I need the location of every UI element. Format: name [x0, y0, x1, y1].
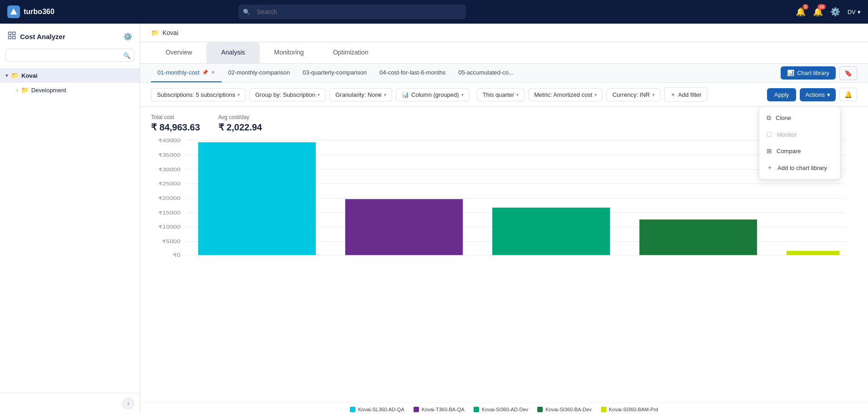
metric-filter[interactable]: Metric: Amortized cost ▾: [528, 88, 603, 101]
add-filter-button[interactable]: ＋ Add filter: [664, 87, 707, 102]
sidebar-tree: ▾ 📁 Kovai › 📁 Development: [0, 66, 140, 393]
chart-library-button[interactable]: 📊 Chart library: [781, 66, 836, 80]
group-by-filter[interactable]: Group by: Subscription ▾: [249, 88, 326, 101]
plus-icon: ＋: [767, 164, 773, 172]
legend-item-0: Kovai-SL360-AD-QA: [350, 407, 404, 412]
breadcrumb: 📁 Kovai: [140, 24, 868, 42]
granularity-filter[interactable]: Granularity: None ▾: [329, 88, 392, 101]
chevron-down-icon: ▾: [595, 92, 597, 97]
sidebar-item-kovai[interactable]: ▾ 📁 Kovai: [0, 68, 140, 83]
sidebar-header: Cost Analyzer ⚙️: [0, 24, 140, 47]
sidebar-settings-button[interactable]: ⚙️: [123, 32, 132, 41]
svg-rect-1: [9, 32, 11, 35]
chevron-down-icon: ▾: [384, 92, 386, 97]
legend-item-4: Kovai-SI360-BAM-Prd: [601, 407, 658, 412]
filter-bar-right: Apply Actions ▾ 🔔: [767, 88, 857, 101]
date-range-label: This quarter: [483, 91, 514, 98]
bar-1: [345, 199, 463, 255]
notifications-badge: 3: [802, 4, 808, 10]
chart-tab-label-2: 03-quarterly-comparison: [303, 69, 367, 76]
currency-filter[interactable]: Currency: INR ▾: [606, 88, 660, 101]
avg-cost-value: ₹ 2,022.94: [218, 122, 262, 133]
avg-cost-label: Avg cost/day: [218, 114, 262, 120]
legend-label-2: Kovai-SI360-AD-Dev: [482, 407, 528, 412]
chart-tab-0[interactable]: 01-monthly-cost 📌 ✕: [151, 64, 222, 82]
legend-item-2: Kovai-SI360-AD-Dev: [474, 407, 528, 412]
add-filter-label: Add filter: [678, 91, 701, 98]
apply-button[interactable]: Apply: [767, 88, 797, 101]
close-icon[interactable]: ✕: [211, 70, 215, 75]
alerts-button[interactable]: 🔔 10: [813, 7, 823, 17]
chevron-down-icon: ▾: [237, 92, 240, 97]
breadcrumb-label: Kovai: [162, 29, 178, 36]
bookmark-button[interactable]: 🔖: [839, 66, 857, 80]
bar-0: [198, 142, 316, 255]
date-range-filter[interactable]: This quarter ▾: [477, 88, 525, 101]
dropdown-item-clone[interactable]: ⧉ Clone: [759, 110, 840, 126]
gear-icon: ⚙️: [830, 7, 840, 16]
chevron-down-icon: ▾: [652, 92, 655, 97]
svg-text:₹30000: ₹30000: [158, 167, 181, 172]
alarm-button[interactable]: 🔔: [839, 88, 857, 101]
copy-icon: ⧉: [767, 114, 771, 122]
chart-tab-label-0: 01-monthly-cost: [157, 69, 199, 76]
tab-overview[interactable]: Overview: [151, 42, 207, 63]
svg-rect-4: [13, 36, 15, 39]
svg-text:₹25000: ₹25000: [158, 181, 181, 187]
chart-tab-label-3: 04-cost-for-last-6-months: [379, 69, 445, 76]
user-menu-button[interactable]: DV ▾: [848, 9, 861, 15]
search-bar: [238, 5, 466, 19]
legend-item-1: Kovai-T360-BA-QA: [414, 407, 464, 412]
sidebar-item-development[interactable]: › 📁 Development: [0, 83, 140, 97]
chart-tab-4[interactable]: 05-accumulated-co...: [452, 64, 520, 82]
svg-text:₹5000: ₹5000: [162, 239, 181, 244]
svg-rect-2: [13, 32, 15, 35]
settings-button[interactable]: ⚙️: [830, 7, 840, 17]
dropdown-item-compare[interactable]: ⊞ Compare: [759, 143, 840, 159]
collapse-sidebar-button[interactable]: ‹: [122, 398, 134, 409]
tab-optimization[interactable]: Optimization: [318, 42, 383, 63]
logo-icon: [7, 5, 20, 18]
subscriptions-filter[interactable]: Subscriptions: 5 subscriptions ▾: [151, 88, 246, 101]
svg-marker-0: [10, 9, 17, 15]
legend-label-4: Kovai-SI360-BAM-Prd: [609, 407, 658, 412]
chart-type-label: Column (grouped): [411, 91, 459, 98]
collapse-icon: ‹: [127, 400, 129, 407]
chart-tab-3[interactable]: 04-cost-for-last-6-months: [373, 64, 452, 82]
chart-type-filter[interactable]: 📊 Column (grouped) ▾: [396, 88, 469, 101]
chart-tabs-actions: 📊 Chart library 🔖: [775, 66, 857, 80]
filter-bar: Subscriptions: 5 subscriptions ▾ Group b…: [140, 83, 868, 107]
svg-text:₹10000: ₹10000: [158, 224, 181, 230]
legend-item-3: Kovai-SI360-BA-Dev: [537, 407, 592, 412]
subscriptions-filter-label: Subscriptions: 5 subscriptions: [157, 91, 235, 98]
logo-area: turbo360: [7, 5, 71, 18]
chart-icon: 📊: [787, 70, 794, 76]
tab-monitoring[interactable]: Monitoring: [260, 42, 318, 63]
sidebar-search-input[interactable]: [5, 49, 134, 62]
dropdown-item-monitor: ☐ Monitor: [759, 126, 840, 143]
group-by-label: Group by: Subscription: [255, 91, 315, 98]
chart-type-icon: 📊: [402, 91, 409, 98]
bar-4: [787, 251, 839, 255]
search-input[interactable]: [238, 5, 466, 19]
bar-chart: ₹40000 ₹35000 ₹30000 ₹25000 ₹20000 ₹1500…: [151, 136, 857, 264]
cost-analyzer-icon: [7, 31, 16, 42]
sidebar-title-text: Cost Analyzer: [20, 33, 65, 40]
svg-text:₹15000: ₹15000: [158, 210, 181, 216]
legend-color-0: [350, 407, 355, 412]
tab-analysis[interactable]: Analysis: [207, 42, 259, 63]
chart-tab-2[interactable]: 03-quarterly-comparison: [296, 64, 373, 82]
dropdown-item-add-to-library[interactable]: ＋ Add to chart library: [759, 159, 840, 176]
svg-text:₹0: ₹0: [173, 253, 181, 258]
sidebar-collapse: ‹: [0, 393, 140, 414]
legend-color-1: [414, 407, 419, 412]
compare-icon: ⊞: [767, 147, 772, 155]
legend-color-3: [537, 407, 543, 412]
actions-button[interactable]: Actions ▾: [800, 88, 836, 101]
chart-tab-1[interactable]: 02-monthly-comparison: [222, 64, 296, 82]
total-cost-label: Total cost: [151, 114, 200, 120]
development-label: Development: [31, 87, 66, 94]
total-cost-value: ₹ 84,963.63: [151, 122, 200, 133]
notifications-button[interactable]: 🔔 3: [796, 7, 806, 17]
legend-label-3: Kovai-SI360-BA-Dev: [545, 407, 592, 412]
